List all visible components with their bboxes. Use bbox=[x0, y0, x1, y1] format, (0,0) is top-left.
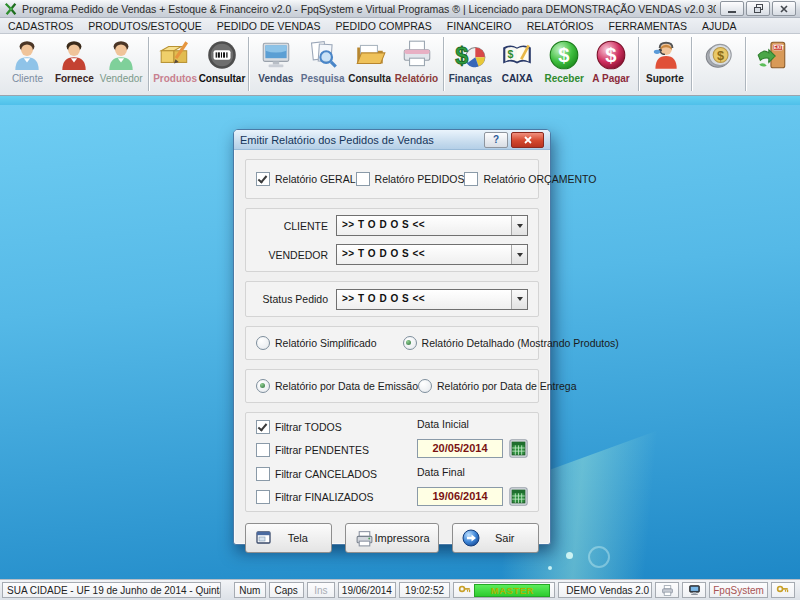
tela-button[interactable]: Tela bbox=[245, 523, 332, 553]
close-button[interactable] bbox=[772, 1, 796, 16]
toolbar-financas-button[interactable]: $ Finanças bbox=[447, 35, 494, 93]
finance-pie-icon: $ bbox=[453, 37, 487, 73]
filtrar-cancelados-checkbox[interactable]: Filtrar CANCELADOS bbox=[256, 467, 413, 481]
data-inicial-field[interactable]: 20/05/2014 bbox=[417, 439, 503, 458]
status-date: 19/06/2014 bbox=[338, 582, 396, 598]
vendedor-dropdown[interactable]: >> T O D O S << bbox=[336, 244, 528, 265]
status-pedido-dropdown[interactable]: >> T O D O S << bbox=[336, 289, 528, 310]
menu-produtos-estoque[interactable]: PRODUTOS/ESTOQUE bbox=[88, 20, 201, 32]
toolbar-consulta-button[interactable]: Consulta bbox=[346, 35, 393, 93]
toolbar-vendas-label: Vendas bbox=[258, 73, 293, 84]
toolbar-receber-label: Receber bbox=[544, 73, 583, 84]
toolbar-pesquisa-button[interactable]: Pesquisa bbox=[299, 35, 346, 93]
toolbar-apagar-button[interactable]: $ A Pagar bbox=[588, 35, 635, 93]
toolbar-receber-button[interactable]: $ Receber bbox=[541, 35, 588, 93]
search-documents-icon bbox=[306, 37, 340, 73]
minimize-icon bbox=[728, 11, 736, 13]
toolbar-vendedor-label: Vendedor bbox=[100, 73, 143, 84]
menu-pedido-de-vendas[interactable]: PEDIDO DE VENDAS bbox=[217, 20, 321, 32]
sales-monitor-icon bbox=[259, 37, 293, 73]
supplier-person-icon bbox=[57, 37, 91, 73]
minimize-button[interactable] bbox=[720, 1, 744, 16]
relatorio-pedidos-checkbox[interactable]: Relatóro PEDIDOS bbox=[356, 172, 465, 186]
relatorio-detalhado-radio[interactable]: Relatório Detalhado (Mostrando Produtos) bbox=[403, 336, 619, 350]
dialog-close-button[interactable] bbox=[511, 132, 544, 148]
dialog-buttons-row: Tela Impressora Sair bbox=[245, 523, 539, 553]
toolbar-vendedor-button[interactable]: Vendedor bbox=[98, 35, 145, 93]
menu-financeiro[interactable]: FINANCEIRO bbox=[447, 20, 512, 32]
toolbar-separator bbox=[638, 37, 639, 91]
relatorio-orcamento-label: Relatório ORÇAMENTO bbox=[483, 173, 596, 185]
toolbar-vendas-button[interactable]: Vendas bbox=[252, 35, 299, 93]
toolbar-consultar-label: Consultar bbox=[199, 73, 246, 84]
status-insert: Ins bbox=[307, 582, 335, 598]
toolbar-caixa-label: CAIXA bbox=[502, 73, 533, 84]
toolbar-fornece-button[interactable]: Fornece bbox=[51, 35, 98, 93]
filters-dates-group: Filtrar TODOS Filtrar PENDENTES Filtrar … bbox=[245, 412, 539, 512]
chevron-down-icon[interactable] bbox=[511, 245, 527, 264]
status-pedido-dropdown-value: >> T O D O S << bbox=[337, 290, 511, 309]
screen-icon bbox=[255, 530, 272, 546]
status-brand: FpqSystem bbox=[709, 582, 767, 598]
computer-icon bbox=[688, 584, 701, 597]
toolbar-consulta-label: Consulta bbox=[348, 73, 391, 84]
client-person-icon bbox=[10, 37, 44, 73]
printer-icon bbox=[355, 530, 374, 547]
menu-ferramentas[interactable]: FERRAMENTAS bbox=[609, 20, 688, 32]
toolbar-produtos-button[interactable]: Produtos bbox=[152, 35, 199, 93]
filtrar-pendentes-checkbox[interactable]: Filtrar PENDENTES bbox=[256, 443, 413, 457]
restore-button[interactable] bbox=[746, 1, 770, 16]
menu-cadastros[interactable]: CADASTROS bbox=[8, 20, 73, 32]
checkbox-icon bbox=[256, 467, 270, 481]
menu-bar: CADASTROS PRODUTOS/ESTOQUE PEDIDO DE VEN… bbox=[0, 18, 800, 34]
relatorio-orcamento-checkbox[interactable]: Relatório ORÇAMENTO bbox=[464, 172, 596, 186]
toolbar-caixa-button[interactable]: $ CAIXA bbox=[494, 35, 541, 93]
toolbar-exit-button[interactable]: EXIT bbox=[749, 35, 796, 93]
desktop: Emitir Relatório dos Pedidos de Vendas ?… bbox=[0, 96, 800, 579]
receive-green-coin-icon: $ bbox=[547, 37, 581, 73]
cliente-label: CLIENTE bbox=[256, 220, 328, 232]
help-icon: ? bbox=[493, 134, 499, 145]
data-final-label: Data Final bbox=[417, 466, 528, 478]
chevron-down-icon[interactable] bbox=[511, 216, 527, 235]
menu-pedido-compras[interactable]: PEDIDO COMPRAS bbox=[336, 20, 432, 32]
status-user-badge: MASTER bbox=[474, 584, 550, 597]
sair-button[interactable]: Sair bbox=[452, 523, 539, 553]
relatorio-detalhado-label: Relatório Detalhado (Mostrando Produtos) bbox=[422, 337, 619, 349]
impressora-button[interactable]: Impressora bbox=[345, 523, 438, 553]
toolbar-suporte-button[interactable]: Suporte bbox=[641, 35, 688, 93]
dialog-help-button[interactable]: ? bbox=[484, 132, 508, 148]
filtrar-todos-checkbox[interactable]: Filtrar TODOS bbox=[256, 420, 413, 434]
wallpaper-bubble bbox=[588, 546, 610, 568]
vendedor-dropdown-value: >> T O D O S << bbox=[337, 245, 511, 264]
calendar-icon[interactable] bbox=[509, 439, 528, 458]
toolbar-separator bbox=[443, 37, 444, 91]
data-final-field[interactable]: 19/06/2014 bbox=[417, 487, 503, 506]
menu-ajuda[interactable]: AJUDA bbox=[702, 20, 736, 32]
chevron-down-icon[interactable] bbox=[511, 290, 527, 309]
relatorio-simplificado-radio[interactable]: Relatório Simplificado bbox=[256, 336, 377, 350]
toolbar-fornece-label: Fornece bbox=[55, 73, 94, 84]
data-entrega-radio[interactable]: Relatório por Data de Entrega bbox=[418, 379, 577, 393]
app-window: Programa Pedido de Vendas + Estoque & Fi… bbox=[0, 0, 800, 600]
toolbar-consultar-button[interactable]: Consultar bbox=[199, 35, 246, 93]
data-emissao-radio[interactable]: Relatório por Data de Emissão bbox=[256, 379, 418, 393]
toolbar-separator bbox=[248, 37, 249, 91]
checkbox-icon bbox=[256, 443, 270, 457]
key-icon bbox=[776, 584, 789, 597]
toolbar-coin-button[interactable]: $ bbox=[695, 35, 742, 93]
cliente-dropdown[interactable]: >> T O D O S << bbox=[336, 215, 528, 236]
toolbar-cliente-button[interactable]: Cliente bbox=[4, 35, 51, 93]
relatorio-geral-checkbox[interactable]: Relatório GERAL bbox=[256, 172, 356, 186]
checkbox-icon bbox=[256, 490, 270, 504]
printer-icon bbox=[661, 584, 674, 597]
toolbar-relatorio-button[interactable]: Relatório bbox=[393, 35, 440, 93]
relatorio-simplificado-label: Relatório Simplificado bbox=[275, 337, 377, 349]
exit-door-icon: EXIT bbox=[755, 37, 789, 73]
detail-level-group: Relatório Simplificado Relatório Detalha… bbox=[245, 326, 539, 360]
close-icon bbox=[780, 5, 788, 13]
coin-icon: $ bbox=[702, 37, 736, 73]
filtrar-finalizados-checkbox[interactable]: Filtrar FINALIZADOS bbox=[256, 490, 413, 504]
menu-relatorios[interactable]: RELATÓRIOS bbox=[527, 20, 594, 32]
calendar-icon[interactable] bbox=[509, 487, 528, 506]
